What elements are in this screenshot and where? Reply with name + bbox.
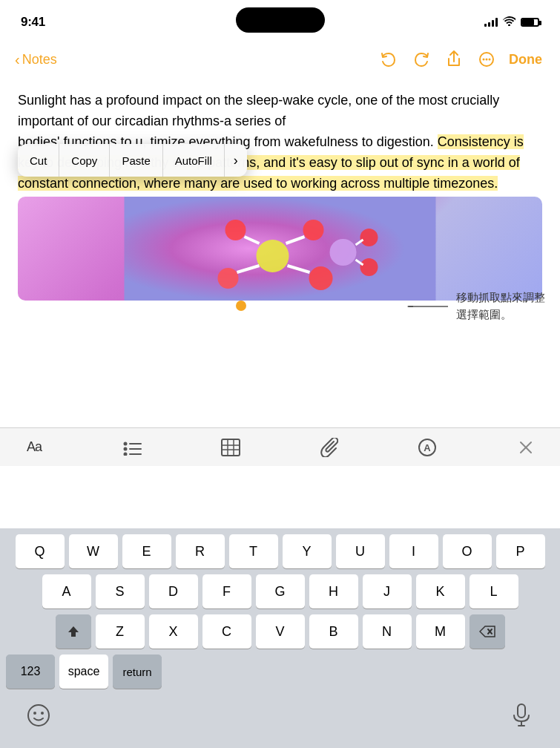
content-area: Cut Copy Paste AutoFill › Sunlight has a… [0, 79, 560, 301]
svg-point-16 [360, 258, 378, 276]
svg-point-5 [257, 240, 289, 272]
key-123[interactable]: 123 [6, 654, 55, 689]
undo-button[interactable] [375, 46, 402, 73]
svg-text:A: A [424, 442, 432, 453]
key-v[interactable]: V [256, 614, 305, 649]
svg-point-39 [33, 712, 36, 715]
status-time: 9:41 [21, 15, 45, 30]
key-c[interactable]: C [202, 614, 251, 649]
key-y[interactable]: Y [283, 534, 332, 568]
done-button[interactable]: Done [506, 52, 545, 68]
key-u[interactable]: U [336, 534, 385, 568]
keyboard-row-3: Z X C V B N M [3, 614, 557, 649]
space-key[interactable]: space [59, 654, 108, 689]
key-k[interactable]: K [416, 574, 465, 608]
svg-point-21 [123, 442, 127, 445]
keyboard-bottom-row: 123 space return [3, 654, 557, 689]
list-button[interactable] [119, 434, 146, 461]
svg-point-7 [303, 220, 324, 240]
format-toolbar: Aa A [0, 427, 560, 466]
note-text-before: Sunlight has a profound impact on the sl… [18, 93, 499, 128]
shift-key[interactable] [56, 614, 91, 649]
svg-marker-20 [407, 306, 413, 307]
key-d[interactable]: D [149, 574, 198, 608]
key-e[interactable]: E [122, 534, 171, 568]
more-button[interactable] [473, 46, 500, 73]
emoji-button[interactable] [24, 701, 53, 730]
svg-point-8 [218, 268, 239, 289]
keyboard-row-2: A S D F G H J K L [3, 574, 557, 608]
svg-point-9 [309, 266, 333, 290]
svg-point-22 [123, 447, 127, 450]
share-button[interactable] [441, 46, 467, 73]
key-j[interactable]: J [363, 574, 412, 608]
key-a[interactable]: A [42, 574, 91, 608]
status-icons [484, 16, 539, 28]
dynamic-island [236, 7, 325, 33]
return-key[interactable]: return [113, 654, 162, 689]
key-h[interactable]: H [309, 574, 358, 608]
annotation-text: 移動抓取點來調整 選擇範圍。 [456, 289, 545, 323]
selection-handle[interactable] [236, 301, 246, 311]
key-w[interactable]: W [69, 534, 118, 568]
key-r[interactable]: R [176, 534, 225, 568]
svg-point-14 [330, 239, 357, 266]
attachment-button[interactable] [316, 434, 343, 461]
note-text: Sunlight has a profound impact on the sl… [18, 91, 542, 194]
autofill-button[interactable]: AutoFill [163, 144, 225, 177]
wifi-icon [503, 16, 515, 28]
chevron-left-icon: ‹ [15, 51, 20, 68]
key-o[interactable]: O [443, 534, 492, 568]
key-q[interactable]: Q [16, 534, 65, 568]
key-l[interactable]: L [470, 574, 518, 608]
text-format-button[interactable]: Aa [21, 434, 47, 461]
svg-point-2 [486, 59, 488, 61]
back-button[interactable]: ‹ Notes [15, 51, 57, 68]
keyboard: Q W E R T Y U I O P A S D F G H J K L Z … [0, 528, 560, 748]
mic-button[interactable] [507, 701, 536, 730]
svg-point-3 [489, 59, 491, 61]
key-m[interactable]: M [416, 614, 465, 649]
key-b[interactable]: B [309, 614, 358, 649]
svg-point-23 [123, 452, 127, 456]
keyboard-row-1: Q W E R T Y U I O P [3, 534, 557, 568]
delete-key[interactable] [470, 614, 505, 649]
keyboard-extras [3, 695, 557, 748]
key-z[interactable]: Z [96, 614, 145, 649]
redo-button[interactable] [408, 46, 435, 73]
key-t[interactable]: T [229, 534, 278, 568]
svg-point-1 [483, 59, 485, 61]
svg-rect-27 [222, 439, 240, 456]
key-s[interactable]: S [96, 574, 145, 608]
svg-point-15 [360, 229, 378, 246]
svg-point-40 [41, 712, 44, 715]
cut-button[interactable]: Cut [18, 144, 59, 177]
more-menu-button[interactable]: › [225, 144, 247, 177]
battery-icon [521, 18, 539, 27]
key-n[interactable]: N [363, 614, 412, 649]
key-x[interactable]: X [149, 614, 198, 649]
key-i[interactable]: I [389, 534, 438, 568]
context-menu: Cut Copy Paste AutoFill › [18, 144, 247, 177]
copy-button[interactable]: Copy [59, 144, 110, 177]
svg-point-38 [28, 705, 49, 726]
table-button[interactable] [217, 434, 244, 461]
back-label: Notes [22, 52, 57, 68]
markup-button[interactable]: A [414, 434, 441, 461]
nav-bar: ‹ Notes Done [0, 40, 560, 79]
svg-point-6 [225, 220, 246, 240]
signal-icon [484, 18, 498, 27]
key-f[interactable]: F [202, 574, 251, 608]
key-p[interactable]: P [496, 534, 545, 568]
svg-rect-41 [518, 704, 525, 718]
note-image [18, 197, 542, 301]
close-toolbar-button[interactable] [513, 434, 539, 461]
annotation: 移動抓取點來調整 選擇範圍。 [407, 289, 545, 323]
key-g[interactable]: G [256, 574, 305, 608]
paste-button[interactable]: Paste [110, 144, 162, 177]
